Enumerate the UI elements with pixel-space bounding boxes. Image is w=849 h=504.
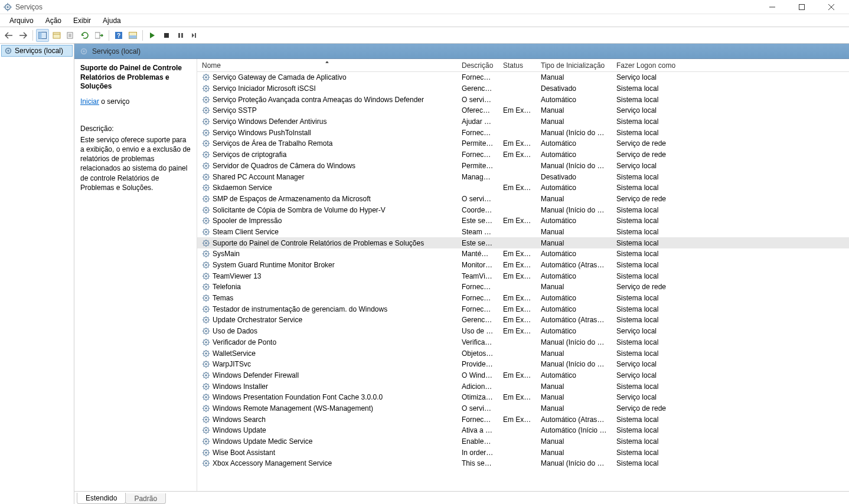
- service-row[interactable]: Serviço Windows PushToInstallFornece s..…: [197, 127, 849, 138]
- service-row[interactable]: Serviços de Área de Trabalho RemotaPermi…: [197, 138, 849, 149]
- menu-exibir[interactable]: Exibir: [67, 15, 97, 26]
- service-row[interactable]: Windows Presentation Foundation Font Cac…: [197, 392, 849, 403]
- export-list-button[interactable]: [93, 29, 106, 42]
- column-header-start[interactable]: Tipo de Inicialização: [536, 61, 612, 70]
- show-hide-button[interactable]: [126, 29, 139, 42]
- service-row[interactable]: Serviço Proteção Avançada contra Ameaças…: [197, 94, 849, 105]
- svg-line-78: [208, 123, 208, 124]
- menu-ajuda[interactable]: Ajuda: [97, 15, 127, 26]
- svg-point-1: [6, 6, 9, 8]
- properties-button[interactable]: [50, 29, 63, 42]
- svg-line-350: [208, 417, 208, 417]
- service-row[interactable]: Skdaemon ServiceEm Exe...AutomáticoSiste…: [197, 182, 849, 194]
- column-header-desc[interactable]: Descrição: [457, 61, 498, 70]
- service-desc: Fornece u...: [457, 305, 498, 313]
- service-row[interactable]: Serviços de criptografiaFornece tr...Em …: [197, 149, 849, 161]
- refresh-button[interactable]: [79, 29, 92, 42]
- service-row[interactable]: Spooler de ImpressãoEste serviç...Em Exe…: [197, 215, 849, 227]
- service-row[interactable]: Servidor de Quadros de Câmera do Windows…: [197, 161, 849, 172]
- service-row[interactable]: System Guard Runtime Monitor BrokerMonit…: [197, 260, 849, 271]
- svg-line-249: [204, 311, 204, 312]
- service-row[interactable]: Windows Remote Management (WS-Management…: [197, 403, 849, 414]
- menu-arquivo[interactable]: Arquivo: [4, 15, 40, 26]
- back-button[interactable]: [2, 29, 15, 42]
- svg-line-210: [208, 263, 208, 263]
- svg-line-380: [208, 450, 208, 450]
- export-button[interactable]: [64, 29, 77, 42]
- restart-service-button[interactable]: [188, 29, 201, 42]
- service-name: Steam Client Service: [213, 228, 279, 236]
- gear-icon: [202, 404, 210, 413]
- svg-line-89: [204, 135, 204, 135]
- svg-line-117: [204, 163, 204, 163]
- service-logon: Sistema local: [612, 206, 700, 214]
- service-name: Testador de instrumentação de gerenciam.…: [213, 305, 387, 313]
- service-row[interactable]: Serviço Iniciador Microsoft iSCSIGerenci…: [197, 83, 849, 94]
- service-row[interactable]: SMP de Espaços de Armazenamento da Micro…: [197, 194, 849, 205]
- start-link[interactable]: Iniciar: [80, 97, 99, 106]
- service-row[interactable]: Wise Boot AssistantIn order to...ManualS…: [197, 447, 849, 458]
- service-row[interactable]: TemasFornece g...Em Exe...AutomáticoSist…: [197, 293, 849, 304]
- service-row[interactable]: Uso de DadosUso de da...Em Exe...Automát…: [197, 326, 849, 337]
- service-row[interactable]: Update Orchestrator ServiceGerencia ...E…: [197, 315, 849, 326]
- column-header-status[interactable]: Status: [498, 61, 536, 70]
- service-start-type: Manual: [536, 437, 612, 446]
- tree-root-item[interactable]: Serviços (local): [1, 45, 73, 57]
- svg-point-42: [205, 87, 207, 90]
- service-start-type: Manual: [536, 117, 612, 126]
- service-row[interactable]: Solicitante de Cópia de Sombra de Volume…: [197, 204, 849, 215]
- details-pane-button[interactable]: [36, 29, 49, 42]
- service-logon: Sistema local: [612, 449, 700, 457]
- svg-point-212: [205, 275, 207, 277]
- service-row[interactable]: WarpJITSvcProvides a...Manual (Início do…: [197, 359, 849, 370]
- service-start-type: Manual: [536, 283, 612, 291]
- service-row[interactable]: Serviço SSTPOferece s...Em Exe...ManualS…: [197, 105, 849, 116]
- service-name: Serviço Gateway de Camada de Aplicativo: [213, 73, 347, 81]
- service-desc: Enables re...: [457, 437, 498, 446]
- service-row[interactable]: Suporte do Painel de Controle Relatórios…: [197, 237, 849, 248]
- service-row[interactable]: TeamViewer 13TeamView...Em Exe...Automát…: [197, 270, 849, 282]
- service-row[interactable]: Windows UpdateAtiva a de...Automático (I…: [197, 425, 849, 436]
- service-row[interactable]: Windows InstallerAdiciona, ...ManualSist…: [197, 381, 849, 392]
- service-row[interactable]: Serviço Gateway de Camada de AplicativoF…: [197, 72, 849, 83]
- service-desc: Otimiza o ...: [457, 393, 498, 401]
- start-service-button[interactable]: [146, 29, 159, 42]
- service-row[interactable]: TelefoniaFornece s...ManualServiço de re…: [197, 282, 849, 293]
- service-row[interactable]: Xbox Accessory Management ServiceThis se…: [197, 458, 849, 469]
- titlebar: Serviços: [0, 0, 849, 14]
- tab-extended[interactable]: Estendido: [77, 493, 126, 504]
- service-row[interactable]: WalletServiceObjetos d...ManualSistema l…: [197, 348, 849, 359]
- svg-line-269: [204, 333, 204, 333]
- service-row[interactable]: SysMainMantém e...Em Exe...AutomáticoSis…: [197, 248, 849, 260]
- service-desc: Fornece s...: [457, 73, 498, 81]
- tab-standard[interactable]: Padrão: [125, 493, 166, 504]
- maximize-button[interactable]: [794, 2, 810, 12]
- service-row[interactable]: Windows Update Medic ServiceEnables re..…: [197, 436, 849, 447]
- minimize-button[interactable]: [764, 2, 781, 12]
- svg-line-47: [204, 86, 204, 87]
- svg-line-307: [204, 373, 204, 374]
- column-header-name[interactable]: Nome ▲: [197, 61, 457, 70]
- svg-point-62: [205, 110, 207, 112]
- window-title: Serviços: [15, 3, 43, 11]
- service-row[interactable]: Serviço Windows Defender AntivirusAjudar…: [197, 116, 849, 127]
- service-row[interactable]: Windows SearchFornece in...Em Exe...Auto…: [197, 414, 849, 425]
- help-button[interactable]: ?: [112, 29, 125, 42]
- list-body[interactable]: Serviço Gateway de Camada de AplicativoF…: [197, 72, 849, 491]
- close-button[interactable]: [823, 2, 840, 12]
- stop-service-button[interactable]: [160, 29, 173, 42]
- service-row[interactable]: Steam Client ServiceSteam Cli...ManualSi…: [197, 227, 849, 238]
- service-desc: Mantém e...: [457, 250, 498, 258]
- svg-line-320: [208, 384, 208, 384]
- service-row[interactable]: Shared PC Account ManagerManages ...Desa…: [197, 171, 849, 182]
- gear-icon: [202, 206, 210, 214]
- svg-line-187: [204, 240, 204, 241]
- service-row[interactable]: Windows Defender FirewallO Windo...Em Ex…: [197, 370, 849, 381]
- column-header-logon[interactable]: Fazer Logon como: [612, 61, 700, 70]
- forward-button[interactable]: [17, 29, 30, 42]
- pause-service-button[interactable]: [174, 29, 187, 42]
- service-row[interactable]: Testador de instrumentação de gerenciam.…: [197, 303, 849, 315]
- svg-point-232: [205, 297, 207, 299]
- menu-acao[interactable]: Ação: [40, 15, 67, 26]
- service-row[interactable]: Verificador de PontoVerifica po...Manual…: [197, 337, 849, 348]
